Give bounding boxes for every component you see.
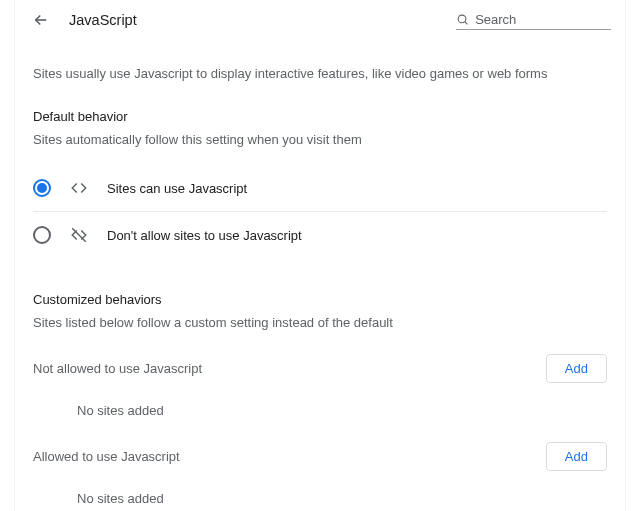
default-behavior-section: Default behavior Sites automatically fol…: [33, 109, 607, 258]
content: Sites usually use Javascript to display …: [15, 36, 625, 506]
page-title: JavaScript: [69, 12, 137, 28]
radio-button: [33, 179, 51, 197]
customized-heading: Customized behaviors: [33, 292, 607, 307]
code-off-icon: [69, 226, 89, 244]
default-behavior-sub: Sites automatically follow this setting …: [33, 132, 607, 147]
settings-page: JavaScript Sites usually use Javascript …: [14, 0, 626, 511]
list-header: Allowed to use Javascript Add: [33, 442, 607, 471]
header: JavaScript: [15, 0, 625, 36]
radio-label: Sites can use Javascript: [107, 181, 247, 196]
radio-block-js[interactable]: Don't allow sites to use Javascript: [33, 212, 607, 258]
allowed-list: Allowed to use Javascript Add No sites a…: [33, 442, 607, 506]
search-field[interactable]: [456, 10, 611, 30]
customized-sub: Sites listed below follow a custom setti…: [33, 315, 607, 330]
customized-behaviors-section: Customized behaviors Sites listed below …: [33, 292, 607, 506]
add-allowed-button[interactable]: Add: [546, 442, 607, 471]
allowed-empty: No sites added: [33, 491, 607, 506]
allowed-title: Allowed to use Javascript: [33, 449, 180, 464]
back-button[interactable]: [29, 8, 53, 32]
not-allowed-empty: No sites added: [33, 403, 607, 418]
radio-button: [33, 226, 51, 244]
list-header: Not allowed to use Javascript Add: [33, 354, 607, 383]
radio-dot: [37, 183, 47, 193]
radio-label: Don't allow sites to use Javascript: [107, 228, 302, 243]
code-icon: [69, 179, 89, 197]
search-icon: [456, 12, 469, 27]
not-allowed-list: Not allowed to use Javascript Add No sit…: [33, 354, 607, 418]
search-input[interactable]: [475, 12, 611, 27]
not-allowed-title: Not allowed to use Javascript: [33, 361, 202, 376]
radio-allow-js[interactable]: Sites can use Javascript: [33, 165, 607, 212]
add-not-allowed-button[interactable]: Add: [546, 354, 607, 383]
default-behavior-heading: Default behavior: [33, 109, 607, 124]
intro-text: Sites usually use Javascript to display …: [33, 66, 607, 81]
arrow-left-icon: [32, 11, 50, 29]
svg-point-0: [458, 15, 466, 23]
